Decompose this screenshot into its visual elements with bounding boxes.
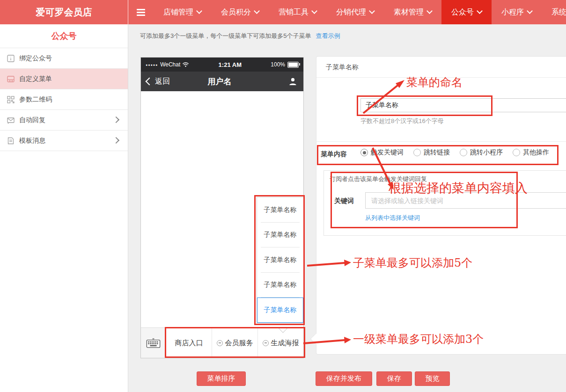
radio-other-action[interactable]: 其他操作: [513, 148, 549, 157]
chevron-down-icon: [527, 8, 533, 14]
chevron-down-icon: [369, 8, 375, 14]
top-hint: 可添加最多3个一级菜单，每个一级菜单下可添加最多5个子菜单查看示例: [140, 32, 340, 40]
brand-title: 爱可罗会员店: [0, 0, 128, 24]
radio-jump-miniprogram[interactable]: 跳转小程序: [460, 148, 503, 157]
submenu-item-2[interactable]: 子菜单名称: [257, 223, 303, 248]
top-navbar: 爱可罗会员店 店铺管理 会员积分 营销工具 分销代理 素材管理 公众号 小程序 …: [0, 0, 566, 24]
sidebar-item-label: 自动回复: [19, 116, 45, 124]
sidebar-item-label: 绑定公众号: [19, 54, 52, 63]
nav-menu: 店铺管理 会员积分 营销工具 分销代理 素材管理 公众号 小程序 系统管理: [154, 0, 566, 24]
nav-item-shop-manage[interactable]: 店铺管理: [154, 0, 211, 24]
sidebar-title: 公众号: [0, 24, 128, 48]
menu-content-options: 触发关键词 跳转链接 跳转小程序 其他操作: [360, 148, 559, 157]
save-and-publish-button[interactable]: 保存并发布: [316, 371, 372, 386]
nav-item-system-manage[interactable]: 系统管理: [542, 0, 566, 24]
sidebar-item-template-message[interactable]: 模板消息: [0, 131, 128, 151]
bottom-menu-item-member-service[interactable]: 会员服务: [212, 328, 258, 358]
custom-menu-icon: [7, 75, 15, 83]
preview-button[interactable]: 预览: [415, 371, 450, 386]
phone-title: 用户名: [151, 76, 288, 87]
bottom-menu-item-generate-poster[interactable]: 生成海报: [258, 328, 303, 358]
sidebar-item-label: 模板消息: [19, 137, 45, 145]
nav-item-material-manage[interactable]: 素材管理: [384, 0, 441, 24]
sidebar-item-param-qrcode[interactable]: 参数二维码: [0, 89, 128, 110]
phone-status-bar: ●●●●● WeChat 1:21 AM 100%: [141, 58, 303, 72]
keyword-section: 订阅者点击该菜单会触发关键词回复 关键词 从列表中选择关键词: [323, 170, 566, 236]
sidebar: 公众号 绑定公众号 自定义菜单 参数二维码: [0, 24, 128, 392]
keyword-input[interactable]: [365, 192, 566, 209]
clock-label: 1:21 AM: [189, 61, 271, 68]
menu-name-input[interactable]: [360, 98, 566, 112]
choose-keyword-link[interactable]: 从列表中选择关键词: [365, 214, 420, 222]
submenu-item-5-selected[interactable]: 子菜单名称: [257, 298, 303, 323]
radio-icon: [513, 149, 520, 156]
submenu-item-4[interactable]: 子菜单名称: [257, 273, 303, 298]
nav-item-official-account[interactable]: 公众号: [441, 0, 492, 24]
chevron-down-icon: [477, 8, 483, 14]
qrcode-icon: [7, 95, 15, 104]
bind-account-icon: [7, 54, 15, 63]
submenu-item-3[interactable]: 子菜单名称: [257, 247, 303, 273]
keyboard-icon: [146, 338, 161, 348]
app-root: 爱可罗会员店 店铺管理 会员积分 营销工具 分销代理 素材管理 公众号 小程序 …: [0, 0, 566, 392]
hamburger-icon[interactable]: [128, 0, 154, 24]
chevron-down-icon: [254, 8, 260, 14]
carrier-label: WeChat: [160, 61, 180, 68]
panel-title: 子菜单名称: [316, 57, 566, 78]
chevron-down-icon: [196, 8, 202, 14]
keyword-label: 关键词: [334, 197, 354, 205]
phone-nav-bar: 返回 用户名: [141, 72, 303, 91]
collapse-icon: [217, 340, 223, 346]
sidebar-item-auto-reply[interactable]: 自动回复: [0, 110, 128, 131]
phone-bottom-menu-bar: 商店入口 会员服务 生成海报: [141, 327, 303, 358]
chevron-right-icon: [113, 116, 119, 123]
chevron-down-icon: [426, 8, 433, 14]
bottom-menu-item-shop-entry[interactable]: 商店入口: [166, 328, 212, 358]
sidebar-item-label: 参数二维码: [19, 95, 52, 104]
nav-item-distribution[interactable]: 分销代理: [326, 0, 384, 24]
battery-percent-label: 100%: [271, 61, 285, 68]
auto-reply-icon: [7, 116, 15, 124]
radio-trigger-keyword[interactable]: 触发关键词: [360, 148, 404, 157]
collapse-icon: [263, 340, 269, 346]
signal-dots-icon: ●●●●●: [146, 63, 158, 66]
submenu-item-1[interactable]: 子菜单名称: [257, 197, 303, 223]
menu-sort-button[interactable]: 菜单排序: [197, 371, 246, 386]
nav-item-mini-program[interactable]: 小程序: [492, 0, 542, 24]
keyword-description: 订阅者点击该菜单会触发关键词回复: [330, 175, 427, 183]
panel-divider: [316, 141, 566, 142]
chevron-down-icon: [311, 8, 317, 14]
view-example-link[interactable]: 查看示例: [316, 32, 340, 39]
menu-content-label: 菜单内容: [321, 150, 347, 159]
radio-jump-link[interactable]: 跳转链接: [413, 148, 450, 157]
chevron-right-icon: [113, 137, 119, 144]
sidebar-item-label: 自定义菜单: [19, 75, 52, 83]
menu-name-hint: 字数不超过8个汉字或16个字母: [360, 117, 444, 125]
battery-icon: [287, 62, 299, 68]
template-msg-icon: [7, 137, 15, 145]
submenu-popup: 子菜单名称 子菜单名称 子菜单名称 子菜单名称 子菜单名称: [257, 197, 304, 323]
sidebar-item-custom-menu[interactable]: 自定义菜单: [0, 69, 128, 89]
user-icon[interactable]: [288, 77, 298, 87]
keyboard-toggle-button[interactable]: [141, 328, 166, 358]
sidebar-item-bind-account[interactable]: 绑定公众号: [0, 48, 128, 69]
radio-selected-icon: [360, 149, 368, 156]
hint-text: 可添加最多3个一级菜单，每个一级菜单下可添加最多5个子菜单: [140, 32, 311, 39]
radio-icon: [460, 149, 467, 156]
nav-item-member-points[interactable]: 会员积分: [211, 0, 269, 24]
nav-item-marketing-tools[interactable]: 营销工具: [269, 0, 326, 24]
save-button[interactable]: 保存: [376, 371, 412, 386]
radio-icon: [413, 149, 421, 156]
wifi-icon: [182, 62, 189, 67]
